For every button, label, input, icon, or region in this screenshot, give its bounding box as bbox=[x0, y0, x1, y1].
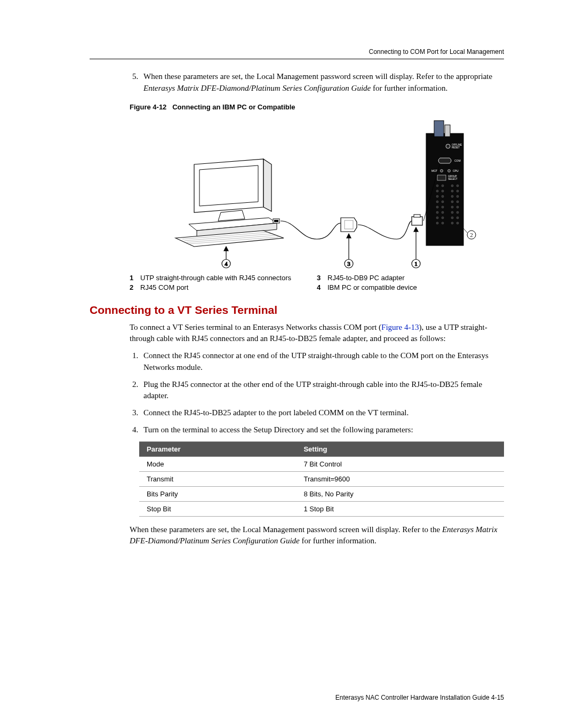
cell-setting: 7 Bit Control bbox=[296, 456, 504, 471]
parameter-table: Parameter Setting Mode7 Bit Control Tran… bbox=[139, 441, 504, 517]
legend-text-4: IBM PC or compatible device bbox=[327, 283, 504, 291]
step-list-continued: When these parameters are set, the Local… bbox=[130, 71, 504, 94]
svg-rect-9 bbox=[426, 133, 463, 246]
svg-point-36 bbox=[436, 211, 438, 213]
legend-num-3: 3 bbox=[317, 274, 327, 282]
svg-point-32 bbox=[436, 206, 438, 208]
th-setting: Setting bbox=[296, 441, 504, 456]
svg-point-39 bbox=[457, 211, 459, 213]
svg-point-14 bbox=[448, 169, 451, 172]
svg-point-25 bbox=[442, 195, 444, 197]
legend-text-2: RJ45 COM port bbox=[140, 283, 317, 291]
svg-point-27 bbox=[457, 195, 459, 197]
module-icon: OFFLINE RESET COM MGT CPU GROUP SELECT bbox=[426, 121, 463, 246]
proc-step-3: Connect the RJ45-to-DB25 adapter to the … bbox=[140, 407, 504, 419]
legend-text-1: UTP straight-through cable with RJ45 con… bbox=[140, 274, 317, 282]
figure-label: Figure 4-12 bbox=[130, 103, 166, 111]
svg-rect-5 bbox=[274, 220, 278, 222]
svg-point-47 bbox=[457, 222, 459, 224]
proc-step-2: Plug the RJ45 connector at the other end… bbox=[140, 379, 504, 402]
svg-point-22 bbox=[451, 190, 453, 192]
svg-rect-7 bbox=[412, 217, 422, 225]
content-block: When these parameters are set, the Local… bbox=[130, 71, 504, 293]
table-row: Mode7 Bit Control bbox=[139, 456, 504, 471]
svg-point-35 bbox=[457, 206, 459, 208]
svg-point-12 bbox=[446, 144, 450, 148]
svg-point-46 bbox=[451, 222, 453, 224]
svg-point-19 bbox=[457, 185, 459, 187]
adapter-icon bbox=[341, 218, 357, 232]
svg-point-17 bbox=[442, 185, 444, 187]
intro-paragraph: To connect a VT Series terminal to an En… bbox=[130, 322, 504, 345]
svg-marker-60 bbox=[414, 227, 418, 232]
svg-point-18 bbox=[451, 185, 453, 187]
table-row: Bits Parity8 Bits, No Parity bbox=[139, 486, 504, 501]
figure-4-13-link[interactable]: Figure 4-13 bbox=[381, 323, 419, 331]
svg-line-50 bbox=[463, 228, 467, 233]
svg-text:1: 1 bbox=[414, 260, 418, 267]
svg-rect-15 bbox=[437, 175, 446, 180]
svg-text:3: 3 bbox=[347, 260, 350, 267]
svg-point-33 bbox=[442, 206, 444, 208]
module-label-select: SELECT bbox=[448, 178, 458, 180]
cell-setting: Transmit=9600 bbox=[296, 471, 504, 486]
svg-point-43 bbox=[457, 217, 459, 219]
svg-point-21 bbox=[442, 190, 444, 192]
step5-italic: Enterasys Matrix DFE-Diamond/Platinum Se… bbox=[143, 84, 371, 92]
figure-legend: 1UTP straight-through cable with RJ45 co… bbox=[130, 274, 504, 293]
svg-point-20 bbox=[436, 190, 438, 192]
svg-point-28 bbox=[436, 201, 438, 203]
svg-point-24 bbox=[436, 195, 438, 197]
step5-text-a: When these parameters are set, the Local… bbox=[143, 72, 492, 81]
page-footer: Enterasys NAC Controller Hardware Instal… bbox=[335, 694, 504, 701]
figure-title: Connecting an IBM PC or Compatible bbox=[172, 103, 295, 111]
step5-text-b: for further information. bbox=[371, 84, 447, 92]
page: Connecting to COM Port for Local Managem… bbox=[0, 0, 576, 728]
svg-rect-6 bbox=[345, 220, 353, 229]
svg-point-29 bbox=[442, 201, 444, 203]
svg-point-38 bbox=[451, 211, 453, 213]
svg-marker-52 bbox=[224, 247, 228, 251]
intro-a: To connect a VT Series terminal to an En… bbox=[130, 323, 381, 331]
svg-rect-11 bbox=[445, 125, 450, 137]
legend-num-1: 1 bbox=[130, 274, 140, 282]
svg-point-13 bbox=[441, 169, 443, 172]
svg-point-34 bbox=[451, 206, 453, 208]
svg-point-37 bbox=[442, 211, 444, 213]
figure-caption: Figure 4-12 Connecting an IBM PC or Comp… bbox=[130, 103, 504, 111]
section-body: To connect a VT Series terminal to an En… bbox=[130, 322, 504, 548]
legend-num-4: 4 bbox=[317, 283, 327, 291]
svg-rect-10 bbox=[434, 121, 444, 137]
svg-point-16 bbox=[436, 185, 438, 187]
svg-point-26 bbox=[451, 195, 453, 197]
figure-svg: OFFLINE RESET COM MGT CPU GROUP SELECT bbox=[157, 116, 477, 268]
cable-adapter-to-plug bbox=[358, 221, 412, 239]
closing-b: for further information. bbox=[300, 536, 377, 545]
svg-point-45 bbox=[442, 222, 444, 224]
svg-marker-56 bbox=[347, 234, 351, 238]
module-label-com: COM bbox=[454, 159, 461, 162]
legend-num-2: 2 bbox=[130, 283, 140, 291]
figure-4-12: OFFLINE RESET COM MGT CPU GROUP SELECT bbox=[157, 116, 477, 268]
callout-2: 2 bbox=[470, 232, 473, 238]
cell-param: Transmit bbox=[139, 471, 296, 486]
svg-point-44 bbox=[436, 222, 438, 224]
module-label-reset: RESET bbox=[452, 146, 460, 149]
proc-step-1: Connect the RJ45 connector at one end of… bbox=[140, 350, 504, 374]
module-label-mgt: MGT bbox=[431, 169, 437, 172]
proc-step-4: Turn on the terminal to access the Setup… bbox=[140, 424, 504, 436]
svg-point-42 bbox=[451, 217, 453, 219]
th-parameter: Parameter bbox=[139, 441, 296, 456]
rj45-plug-icon bbox=[412, 215, 422, 225]
cable-pc-to-adapter bbox=[281, 221, 341, 239]
svg-point-40 bbox=[436, 217, 438, 219]
module-label-cpu: CPU bbox=[453, 169, 459, 172]
table-row: Stop Bit1 Stop Bit bbox=[139, 501, 504, 516]
svg-point-23 bbox=[457, 190, 459, 192]
section-heading: Connecting to a VT Series Terminal bbox=[90, 304, 504, 316]
cell-param: Stop Bit bbox=[139, 501, 296, 516]
closing-paragraph: When these parameters are set, the Local… bbox=[130, 524, 504, 548]
cell-param: Mode bbox=[139, 456, 296, 471]
closing-a: When these parameters are set, the Local… bbox=[130, 525, 442, 534]
svg-text:4: 4 bbox=[225, 260, 228, 267]
